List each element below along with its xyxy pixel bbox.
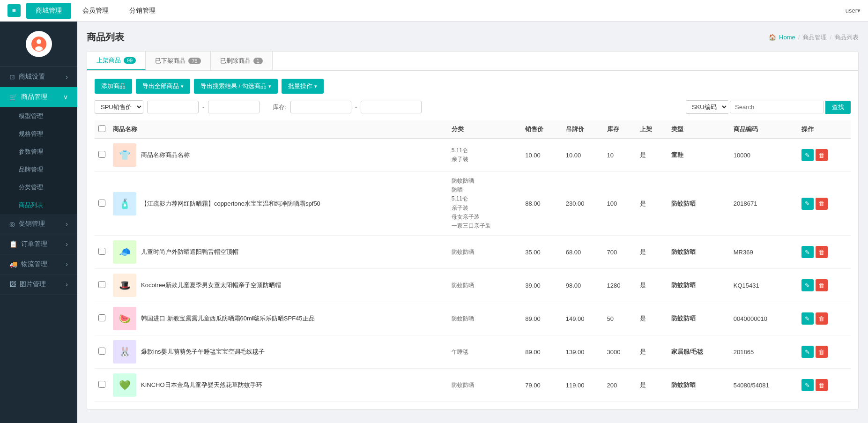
user-menu[interactable]: user▾ [846, 7, 861, 14]
sidebar-sub-category[interactable]: 分类管理 [0, 178, 77, 196]
stock-from[interactable] [290, 101, 351, 113]
product-image-0: 👕 [113, 143, 136, 167]
delete-button-3[interactable]: 🗑 [816, 279, 828, 291]
sidebar-item-shop-settings[interactable]: ⊡ 商城设置 › [0, 67, 77, 87]
delete-button-6[interactable]: 🗑 [816, 379, 828, 391]
edit-button-4[interactable]: ✎ [801, 312, 814, 325]
delete-button-5[interactable]: 🗑 [816, 346, 828, 358]
sidebar-item-product-management[interactable]: 🛒 商品管理 ∨ [0, 87, 77, 107]
product-stock-3: 1280 [603, 269, 637, 302]
tab-off-sale[interactable]: 已下架商品 75 [146, 52, 210, 70]
table-row: 🎩 Kocotree新款儿童夏季男女童太阳帽亲子空顶防晒帽 防蚊防晒 39.00… [95, 269, 851, 302]
sidebar-sub-spec[interactable]: 规格管理 [0, 125, 77, 143]
product-name-text-0: 商品名称商品名称 [141, 151, 190, 159]
sidebar-item-images[interactable]: 🖼 图片管理 › [0, 275, 77, 295]
sidebar-item-promotion[interactable]: ◎ 促销管理 › [0, 214, 77, 234]
sidebar-sub-product-list[interactable]: 商品列表 [0, 196, 77, 214]
sidebar-sub-brand[interactable]: 品牌管理 [0, 161, 77, 178]
stock-label: 库存: [273, 103, 287, 111]
export-search-button[interactable]: 导出搜索结果 / 勾选商品 [194, 79, 278, 94]
nav-tab-distribution[interactable]: 分销管理 [120, 3, 165, 19]
th-sale-price: 销售价 [521, 120, 562, 139]
table-row: 💚 KINCHO日本金鸟儿童孕婴天然花草防蚊手环 防蚊防晒 79.00 119.… [95, 369, 851, 402]
search-input[interactable] [730, 101, 823, 113]
delete-button-1[interactable]: 🗑 [816, 198, 828, 210]
product-tag-price-2: 68.00 [562, 236, 603, 269]
sidebar-sub-model[interactable]: 模型管理 [0, 107, 77, 125]
row-checkbox-0[interactable] [98, 151, 105, 158]
th-type: 类型 [668, 120, 730, 139]
top-nav: ≡ 商城管理 会员管理 分销管理 user▾ [0, 0, 868, 22]
th-checkbox [95, 120, 109, 139]
product-code-3: KQ15431 [730, 269, 798, 302]
product-image-2: 🧢 [113, 240, 136, 264]
product-code-2: MR369 [730, 236, 798, 269]
table-row: 👕 商品名称商品名称 5.11仑亲子装 10.00 10.00 10 是 童鞋 … [95, 139, 851, 172]
delete-button-4[interactable]: 🗑 [816, 312, 828, 325]
product-name-cell: 🐰 爆款ins婴儿萌萌兔子午睡毯宝宝空调毛线毯子 [109, 335, 448, 369]
table-row: 🐰 爆款ins婴儿萌萌兔子午睡毯宝宝空调毛线毯子 午睡毯 89.00 139.0… [95, 335, 851, 369]
add-product-button[interactable]: 添加商品 [95, 79, 132, 94]
select-all-checkbox[interactable] [98, 125, 105, 132]
delete-button-2[interactable]: 🗑 [816, 246, 828, 258]
search-button[interactable]: 查找 [825, 101, 851, 114]
page-header: 商品列表 🏠 Home / 商品管理 / 商品列表 [87, 31, 859, 44]
edit-button-1[interactable]: ✎ [801, 198, 814, 210]
product-type-6: 防蚊防晒 [668, 369, 730, 402]
nav-tab-shop[interactable]: 商城管理 [26, 3, 71, 19]
product-on-sale-0: 是 [636, 139, 667, 172]
delete-button-0[interactable]: 🗑 [816, 149, 828, 161]
sku-search-type[interactable]: SKU编码 商品编码 [686, 100, 728, 114]
sidebar: ⊡ 商城设置 › 🛒 商品管理 ∨ 模型管理 规格管理 参数管理 品牌管理 分类… [0, 22, 77, 423]
sidebar-label-images: 图片管理 [20, 280, 46, 289]
product-type-5: 家居服/毛毯 [668, 335, 730, 369]
product-name-cell: 🧢 儿童时尚户外防晒遮阳鸭舌帽空顶帽 [109, 236, 448, 269]
row-checkbox-6[interactable] [98, 381, 105, 388]
th-actions: 操作 [798, 120, 851, 139]
breadcrumb-home[interactable]: Home [779, 34, 795, 41]
sidebar-sub-product: 模型管理 规格管理 参数管理 品牌管理 分类管理 商品列表 [0, 107, 77, 214]
menu-toggle-button[interactable]: ≡ [7, 4, 21, 17]
row-checkbox-cell [95, 302, 109, 335]
edit-button-2[interactable]: ✎ [801, 246, 814, 258]
row-checkbox-5[interactable] [98, 348, 105, 355]
orders-icon: 📋 [9, 240, 17, 248]
product-tag-price-4: 149.00 [562, 302, 603, 335]
chevron-right-icon-5: › [66, 281, 68, 288]
filter-select[interactable]: SPU销售价 商品名称 商品编码 [95, 100, 143, 114]
row-checkbox-2[interactable] [98, 248, 105, 255]
row-checkbox-4[interactable] [98, 314, 105, 321]
edit-button-5[interactable]: ✎ [801, 346, 814, 358]
product-actions-4: ✎ 🗑 [798, 302, 851, 335]
table-row: 🧢 儿童时尚户外防晒遮阳鸭舌帽空顶帽 防蚊防晒 35.00 68.00 700 … [95, 236, 851, 269]
product-category-5: 午睡毯 [448, 335, 521, 369]
chevron-right-icon-2: › [66, 220, 68, 228]
product-table: 商品名称 分类 销售价 吊牌价 库存 上架 类型 商品编码 操作 [95, 120, 851, 402]
filter-range-from[interactable] [147, 101, 199, 113]
tab-deleted[interactable]: 已删除商品 1 [211, 52, 273, 70]
sidebar-sub-param[interactable]: 参数管理 [0, 143, 77, 161]
nav-tab-member[interactable]: 会员管理 [73, 3, 118, 19]
sidebar-item-logistics[interactable]: 🚚 物流管理 › [0, 254, 77, 275]
export-all-button[interactable]: 导出全部商品 [136, 79, 190, 94]
row-checkbox-1[interactable] [98, 200, 105, 207]
edit-button-0[interactable]: ✎ [801, 149, 814, 161]
product-category-2: 防蚊防晒 [448, 236, 521, 269]
stock-to[interactable] [361, 101, 422, 113]
tab-off-sale-label: 已下架商品 [155, 57, 185, 65]
row-checkbox-3[interactable] [98, 281, 105, 288]
product-image-5: 🐰 [113, 340, 136, 364]
sidebar-item-orders[interactable]: 📋 订单管理 › [0, 234, 77, 254]
edit-button-3[interactable]: ✎ [801, 279, 814, 291]
breadcrumb-sep-2: / [830, 34, 831, 41]
tab-off-sale-badge: 75 [188, 58, 200, 64]
product-on-sale-3: 是 [636, 269, 667, 302]
th-stock: 库存 [603, 120, 637, 139]
tab-on-sale-badge: 99 [124, 57, 136, 64]
tab-deleted-label: 已删除商品 [220, 57, 251, 65]
edit-button-6[interactable]: ✎ [801, 379, 814, 391]
tab-on-sale[interactable]: 上架商品 99 [87, 52, 146, 70]
breadcrumb: 🏠 Home / 商品管理 / 商品列表 [769, 33, 859, 42]
batch-op-button[interactable]: 批量操作 [282, 79, 324, 94]
filter-range-to[interactable] [208, 101, 260, 113]
